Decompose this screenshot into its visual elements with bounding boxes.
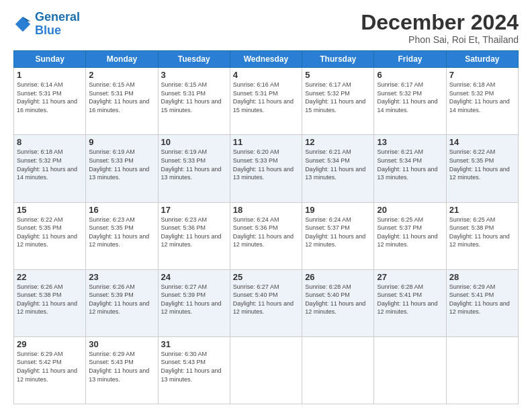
day-info: Sunrise: 6:27 AMSunset: 5:39 PMDaylight:… <box>161 283 222 316</box>
day-number: 28 <box>449 272 515 282</box>
day-number: 17 <box>161 205 227 215</box>
day-info: Sunrise: 6:23 AMSunset: 5:36 PMDaylight:… <box>161 216 222 248</box>
calendar-cell <box>374 336 446 404</box>
day-number: 15 <box>17 205 83 215</box>
day-info: Sunrise: 6:28 AMSunset: 5:41 PMDaylight:… <box>377 283 437 316</box>
day-info: Sunrise: 6:16 AMSunset: 5:31 PMDaylight:… <box>233 81 294 113</box>
day-info: Sunrise: 6:20 AMSunset: 5:33 PMDaylight:… <box>233 148 294 181</box>
calendar-cell: 15 Sunrise: 6:22 AMSunset: 5:35 PMDaylig… <box>14 202 86 269</box>
day-number: 27 <box>377 272 443 282</box>
logo-icon <box>13 15 32 34</box>
day-info: Sunrise: 6:29 AMSunset: 5:42 PMDaylight:… <box>17 351 77 383</box>
day-header-friday: Friday <box>374 51 446 68</box>
day-number: 11 <box>233 137 299 147</box>
svg-marker-0 <box>15 17 30 32</box>
day-number: 29 <box>17 339 83 349</box>
day-info: Sunrise: 6:19 AMSunset: 5:33 PMDaylight:… <box>161 148 222 181</box>
day-info: Sunrise: 6:15 AMSunset: 5:31 PMDaylight:… <box>161 81 222 113</box>
logo-text: General Blue <box>35 11 80 38</box>
day-info: Sunrise: 6:24 AMSunset: 5:36 PMDaylight:… <box>233 216 294 248</box>
calendar-cell: 27 Sunrise: 6:28 AMSunset: 5:41 PMDaylig… <box>374 269 446 336</box>
day-number: 19 <box>305 205 371 215</box>
day-info: Sunrise: 6:15 AMSunset: 5:31 PMDaylight:… <box>89 81 149 113</box>
day-header-saturday: Saturday <box>446 51 518 68</box>
day-header-sunday: Sunday <box>14 51 86 68</box>
day-number: 12 <box>305 137 371 147</box>
day-header-monday: Monday <box>86 51 158 68</box>
calendar-cell: 30 Sunrise: 6:29 AMSunset: 5:43 PMDaylig… <box>86 336 158 404</box>
calendar-week-4: 22 Sunrise: 6:26 AMSunset: 5:38 PMDaylig… <box>14 269 519 336</box>
day-number: 31 <box>161 339 227 349</box>
calendar-cell: 12 Sunrise: 6:21 AMSunset: 5:34 PMDaylig… <box>302 135 374 202</box>
day-number: 14 <box>449 137 515 147</box>
day-info: Sunrise: 6:21 AMSunset: 5:34 PMDaylight:… <box>377 148 437 181</box>
day-info: Sunrise: 6:29 AMSunset: 5:41 PMDaylight:… <box>449 283 510 316</box>
day-number: 18 <box>233 205 299 215</box>
day-number: 13 <box>377 137 443 147</box>
day-number: 7 <box>449 70 515 80</box>
page: General Blue December 2024 Phon Sai, Roi… <box>0 0 532 411</box>
day-number: 26 <box>305 272 371 282</box>
day-number: 30 <box>89 339 154 349</box>
calendar-cell: 31 Sunrise: 6:30 AMSunset: 5:43 PMDaylig… <box>158 336 230 404</box>
day-info: Sunrise: 6:22 AMSunset: 5:35 PMDaylight:… <box>449 148 510 181</box>
calendar-cell: 8 Sunrise: 6:18 AMSunset: 5:32 PMDayligh… <box>14 135 86 202</box>
calendar-cell: 29 Sunrise: 6:29 AMSunset: 5:42 PMDaylig… <box>14 336 86 404</box>
calendar-cell: 5 Sunrise: 6:17 AMSunset: 5:32 PMDayligh… <box>302 68 374 135</box>
day-info: Sunrise: 6:28 AMSunset: 5:40 PMDaylight:… <box>305 283 365 316</box>
logo: General Blue <box>13 11 80 38</box>
calendar-week-1: 1 Sunrise: 6:14 AMSunset: 5:31 PMDayligh… <box>14 68 519 135</box>
day-header-thursday: Thursday <box>302 51 374 68</box>
logo-general: General <box>35 10 80 24</box>
day-info: Sunrise: 6:29 AMSunset: 5:43 PMDaylight:… <box>89 351 149 383</box>
logo-blue: Blue <box>35 24 61 37</box>
day-number: 22 <box>17 272 83 282</box>
day-info: Sunrise: 6:22 AMSunset: 5:35 PMDaylight:… <box>17 216 77 248</box>
day-info: Sunrise: 6:19 AMSunset: 5:33 PMDaylight:… <box>89 148 149 181</box>
day-number: 8 <box>17 137 83 147</box>
title-block: December 2024 Phon Sai, Roi Et, Thailand <box>361 11 519 45</box>
calendar-cell: 19 Sunrise: 6:24 AMSunset: 5:37 PMDaylig… <box>302 202 374 269</box>
calendar-cell: 7 Sunrise: 6:18 AMSunset: 5:32 PMDayligh… <box>446 68 518 135</box>
calendar-cell <box>446 336 518 404</box>
day-info: Sunrise: 6:23 AMSunset: 5:35 PMDaylight:… <box>89 216 149 248</box>
day-number: 5 <box>305 70 371 80</box>
day-info: Sunrise: 6:27 AMSunset: 5:40 PMDaylight:… <box>233 283 294 316</box>
day-number: 6 <box>377 70 443 80</box>
calendar-cell: 14 Sunrise: 6:22 AMSunset: 5:35 PMDaylig… <box>446 135 518 202</box>
day-info: Sunrise: 6:25 AMSunset: 5:37 PMDaylight:… <box>377 216 437 248</box>
day-number: 25 <box>233 272 299 282</box>
calendar-cell: 13 Sunrise: 6:21 AMSunset: 5:34 PMDaylig… <box>374 135 446 202</box>
calendar-cell: 23 Sunrise: 6:26 AMSunset: 5:39 PMDaylig… <box>86 269 158 336</box>
day-info: Sunrise: 6:17 AMSunset: 5:32 PMDaylight:… <box>377 81 437 113</box>
day-info: Sunrise: 6:25 AMSunset: 5:38 PMDaylight:… <box>449 216 510 248</box>
calendar-week-5: 29 Sunrise: 6:29 AMSunset: 5:42 PMDaylig… <box>14 336 519 404</box>
day-number: 23 <box>89 272 154 282</box>
day-number: 2 <box>89 70 154 80</box>
day-header-wednesday: Wednesday <box>230 51 302 68</box>
calendar-table: SundayMondayTuesdayWednesdayThursdayFrid… <box>13 50 519 404</box>
calendar-cell: 26 Sunrise: 6:28 AMSunset: 5:40 PMDaylig… <box>302 269 374 336</box>
day-number: 10 <box>161 137 227 147</box>
calendar-cell: 3 Sunrise: 6:15 AMSunset: 5:31 PMDayligh… <box>158 68 230 135</box>
day-number: 24 <box>161 272 227 282</box>
day-info: Sunrise: 6:26 AMSunset: 5:39 PMDaylight:… <box>89 283 149 316</box>
calendar-cell: 22 Sunrise: 6:26 AMSunset: 5:38 PMDaylig… <box>14 269 86 336</box>
day-header-tuesday: Tuesday <box>158 51 230 68</box>
calendar-cell: 24 Sunrise: 6:27 AMSunset: 5:39 PMDaylig… <box>158 269 230 336</box>
calendar-cell: 20 Sunrise: 6:25 AMSunset: 5:37 PMDaylig… <box>374 202 446 269</box>
day-number: 4 <box>233 70 299 80</box>
calendar-cell: 2 Sunrise: 6:15 AMSunset: 5:31 PMDayligh… <box>86 68 158 135</box>
calendar-cell: 9 Sunrise: 6:19 AMSunset: 5:33 PMDayligh… <box>86 135 158 202</box>
day-info: Sunrise: 6:17 AMSunset: 5:32 PMDaylight:… <box>305 81 365 113</box>
header: General Blue December 2024 Phon Sai, Roi… <box>13 11 519 45</box>
day-number: 3 <box>161 70 227 80</box>
calendar-cell: 17 Sunrise: 6:23 AMSunset: 5:36 PMDaylig… <box>158 202 230 269</box>
calendar-cell: 21 Sunrise: 6:25 AMSunset: 5:38 PMDaylig… <box>446 202 518 269</box>
month-title: December 2024 <box>361 11 519 34</box>
day-number: 16 <box>89 205 154 215</box>
day-info: Sunrise: 6:18 AMSunset: 5:32 PMDaylight:… <box>17 148 77 181</box>
day-info: Sunrise: 6:14 AMSunset: 5:31 PMDaylight:… <box>17 81 77 113</box>
calendar-cell: 6 Sunrise: 6:17 AMSunset: 5:32 PMDayligh… <box>374 68 446 135</box>
calendar-cell <box>230 336 302 404</box>
